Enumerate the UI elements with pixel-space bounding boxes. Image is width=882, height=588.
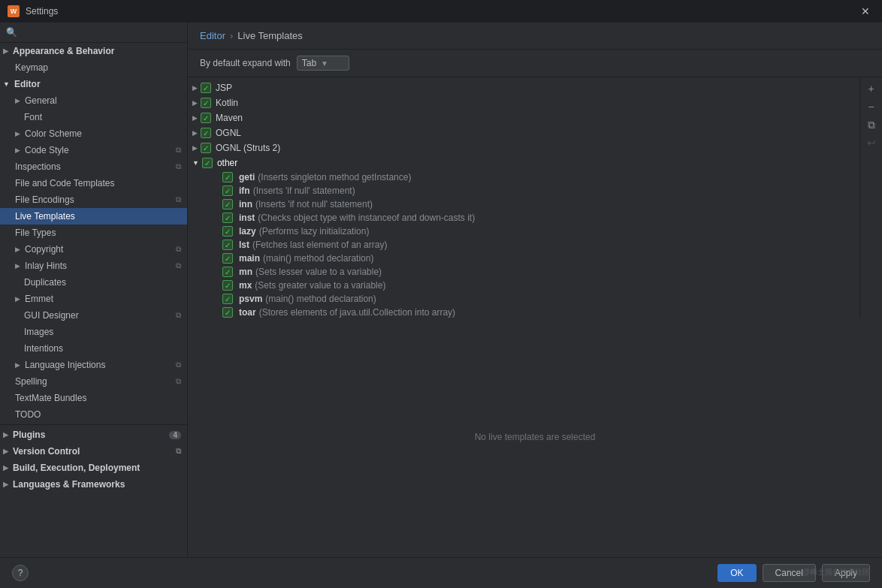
- checkbox-mn[interactable]: ✓: [222, 267, 233, 277]
- template-item-inn[interactable]: ✓ inn (Inserts 'if not null' statement): [188, 198, 859, 211]
- add-template-button[interactable]: +: [863, 80, 880, 97]
- template-group-other[interactable]: ▼ ✓ other: [188, 155, 859, 170]
- collapse-icon: ▶: [3, 464, 8, 472]
- checkbox-inn[interactable]: ✓: [222, 199, 233, 210]
- template-item-psvm[interactable]: ✓ psvm (main() method declaration): [188, 292, 859, 306]
- checkbox-ifn[interactable]: ✓: [222, 185, 233, 196]
- sidebar-item-color-scheme[interactable]: ▶ Color Scheme: [0, 125, 187, 142]
- copy-icon: ⧉: [176, 146, 181, 155]
- sidebar-item-images[interactable]: Images: [0, 324, 187, 340]
- title-bar: W Settings ✕: [0, 0, 882, 23]
- abbr-inst: inst: [239, 213, 255, 223]
- checkbox-lst[interactable]: ✓: [222, 240, 233, 250]
- desc-geti: (Inserts singleton method getInstance): [258, 172, 411, 182]
- search-input[interactable]: [21, 27, 181, 38]
- template-item-mx[interactable]: ✓ mx (Sets greater value to a variable): [188, 279, 859, 292]
- checkbox-mx[interactable]: ✓: [222, 280, 233, 291]
- sidebar-item-code-style[interactable]: ▶ Code Style ⧉: [0, 142, 187, 158]
- sidebar-item-inspections[interactable]: Inspections ⧉: [0, 158, 187, 175]
- checkbox-lazy[interactable]: ✓: [222, 226, 233, 237]
- desc-ifn: (Inserts 'if null' statement): [253, 185, 355, 196]
- watermark: @稀土掘金技术社区: [802, 567, 870, 577]
- help-button[interactable]: ?: [12, 565, 29, 581]
- divider: [0, 424, 187, 425]
- expand-dropdown[interactable]: Tab ▼: [297, 56, 349, 71]
- sidebar-item-build[interactable]: ▶ Build, Execution, Deployment: [0, 460, 187, 476]
- abbr-lst: lst: [239, 240, 249, 250]
- checkbox-jsp[interactable]: ✓: [201, 83, 211, 93]
- sidebar-item-general[interactable]: ▶ General: [0, 92, 187, 109]
- sidebar-item-copyright[interactable]: ▶ Copyright ⧉: [0, 241, 187, 258]
- sidebar-item-language-injections[interactable]: ▶ Language Injections ⧉: [0, 357, 187, 373]
- sidebar-item-file-code-templates[interactable]: File and Code Templates: [0, 175, 187, 191]
- abbr-toar: toar: [239, 307, 256, 318]
- template-item-main[interactable]: ✓ main (main() method declaration): [188, 252, 859, 265]
- checkbox-geti[interactable]: ✓: [222, 172, 233, 182]
- ok-button[interactable]: OK: [717, 564, 756, 582]
- sidebar-item-keymap[interactable]: Keymap: [0, 59, 187, 76]
- sidebar-item-version-control[interactable]: ▶ Version Control ⧉: [0, 443, 187, 460]
- sidebar-item-emmet[interactable]: ▶ Emmet: [0, 291, 187, 307]
- sidebar-item-inlay-hints[interactable]: ▶ Inlay Hints ⧉: [0, 258, 187, 274]
- sidebar-item-languages[interactable]: ▶ Languages & Frameworks: [0, 476, 187, 493]
- checkbox-ognl-struts[interactable]: ✓: [201, 143, 211, 153]
- checkbox-inst[interactable]: ✓: [222, 213, 233, 223]
- close-button[interactable]: ✕: [856, 4, 874, 19]
- template-group-ognl[interactable]: ▶ ✓ OGNL: [188, 125, 859, 140]
- template-group-kotlin[interactable]: ▶ ✓ Kotlin: [188, 95, 859, 110]
- template-group-ognl-struts[interactable]: ▶ ✓ OGNL (Struts 2): [188, 140, 859, 155]
- template-item-lazy[interactable]: ✓ lazy (Performs lazy initialization): [188, 225, 859, 238]
- checkbox-psvm[interactable]: ✓: [222, 294, 233, 304]
- template-item-geti[interactable]: ✓ geti (Inserts singleton method getInst…: [188, 170, 859, 184]
- desc-lst: (Fetches last element of an array): [252, 240, 387, 250]
- sidebar-item-live-templates[interactable]: Live Templates: [0, 208, 187, 225]
- title-bar-left: W Settings: [8, 5, 58, 17]
- template-item-mn[interactable]: ✓ mn (Sets lesser value to a variable): [188, 265, 859, 279]
- checkbox-maven[interactable]: ✓: [201, 113, 211, 123]
- template-item-inst[interactable]: ✓ inst (Checks object type with instance…: [188, 211, 859, 225]
- remove-template-button[interactable]: −: [863, 98, 880, 115]
- chevron-down-icon: ▼: [321, 59, 328, 68]
- sidebar-item-plugins[interactable]: ▶ Plugins 4: [0, 427, 187, 443]
- abbr-ifn: ifn: [239, 185, 250, 196]
- app-icon: W: [8, 5, 20, 17]
- sidebar-item-todo[interactable]: TODO: [0, 406, 187, 423]
- sidebar-item-spelling[interactable]: Spelling ⧉: [0, 373, 187, 390]
- abbr-inn: inn: [239, 199, 252, 210]
- sidebar-item-file-encodings[interactable]: File Encodings ⧉: [0, 191, 187, 208]
- sidebar-item-duplicates[interactable]: Duplicates: [0, 274, 187, 291]
- desc-mn: (Sets lesser value to a variable): [255, 267, 382, 277]
- sidebar-item-appearance[interactable]: ▶ Appearance & Behavior: [0, 43, 187, 59]
- copy-icon: ⧉: [176, 447, 181, 456]
- group-label: Maven: [216, 113, 243, 123]
- checkbox-ognl[interactable]: ✓: [201, 128, 211, 138]
- template-item-lst[interactable]: ✓ lst (Fetches last element of an array): [188, 238, 859, 252]
- checkbox-kotlin[interactable]: ✓: [201, 98, 211, 108]
- search-icon: 🔍: [6, 27, 17, 38]
- checkbox-main[interactable]: ✓: [222, 253, 233, 264]
- checkbox-other[interactable]: ✓: [202, 158, 213, 168]
- sidebar-item-editor[interactable]: ▼ Editor: [0, 76, 187, 92]
- group-label: OGNL (Struts 2): [216, 143, 280, 153]
- template-item-ifn[interactable]: ✓ ifn (Inserts 'if null' statement): [188, 184, 859, 198]
- copy-template-button[interactable]: ⧉: [863, 116, 880, 133]
- breadcrumb-parent[interactable]: Editor: [200, 30, 225, 41]
- checkbox-toar[interactable]: ✓: [222, 307, 233, 318]
- sidebar-item-font[interactable]: Font: [0, 109, 187, 125]
- collapse-icon: ▶: [15, 295, 20, 303]
- desc-inst: (Checks object type with instanceof and …: [258, 213, 475, 223]
- undo-button[interactable]: ↩: [863, 134, 880, 151]
- copy-icon: ⧉: [176, 245, 181, 254]
- sidebar-item-gui-designer[interactable]: GUI Designer ⧉: [0, 307, 187, 324]
- template-item-toar[interactable]: ✓ toar (Stores elements of java.util.Col…: [188, 306, 859, 318]
- sidebar-item-file-types[interactable]: File Types: [0, 225, 187, 241]
- template-group-jsp[interactable]: ▶ ✓ JSP: [188, 80, 859, 95]
- template-group-maven[interactable]: ▶ ✓ Maven: [188, 110, 859, 125]
- sidebar-item-intentions[interactable]: Intentions: [0, 340, 187, 357]
- search-bar: 🔍: [0, 23, 187, 43]
- collapse-icon: ▼: [192, 159, 199, 167]
- collapse-icon: ▶: [3, 481, 8, 488]
- group-label: OGNL: [216, 128, 241, 138]
- copy-icon: ⧉: [176, 377, 181, 386]
- sidebar-item-textmate-bundles[interactable]: TextMate Bundles: [0, 390, 187, 406]
